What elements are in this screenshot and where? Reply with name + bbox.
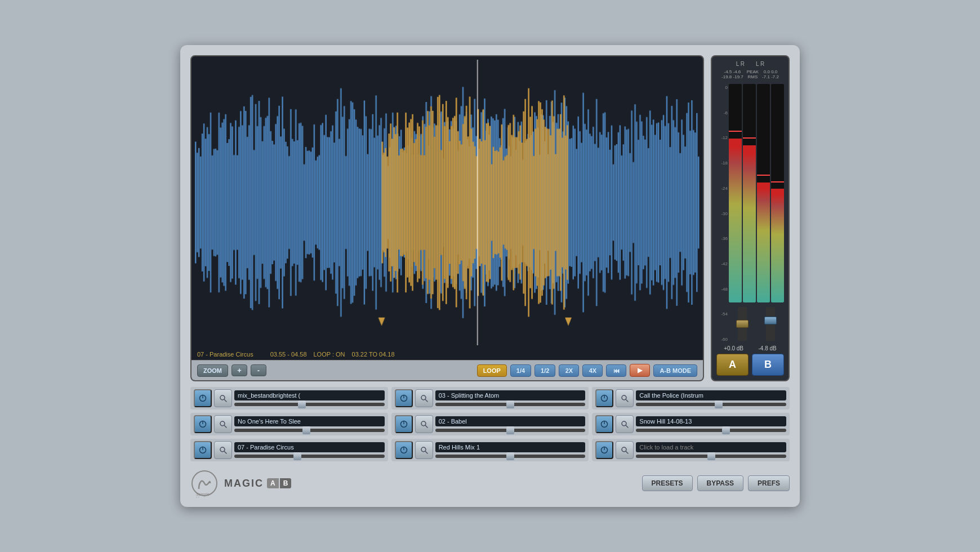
track-power-btn-5[interactable] (395, 415, 413, 433)
track-row-1: mix_bestandbrightest ( (190, 387, 388, 409)
track-fader-5[interactable] (435, 429, 586, 432)
track-fader-4[interactable] (234, 429, 385, 432)
track-name-4: No One's Here To Slee (234, 416, 385, 426)
track-row-5: 02 - Babel (391, 413, 589, 435)
brand-area: Sample Magic MAGIC A B (190, 469, 291, 497)
track-fader-6[interactable] (636, 429, 786, 432)
track-fader-row-6 (636, 429, 786, 432)
track-fader-thumb-4[interactable] (302, 426, 310, 434)
track-fader-3[interactable] (636, 403, 786, 406)
track-search-btn-4[interactable] (214, 415, 232, 433)
fader-a-knob[interactable] (736, 320, 749, 328)
fader-a[interactable] (738, 307, 747, 341)
track-name-2: 03 - Splitting the Atom (435, 390, 586, 400)
time-range: 03.55 - 04.58 (270, 351, 307, 358)
half-button[interactable]: 1/2 (534, 364, 555, 377)
meter-a-r (743, 84, 756, 302)
ab-button-b[interactable]: B (752, 354, 784, 376)
svg-point-18 (421, 421, 426, 426)
track-fader-row-5 (435, 429, 586, 432)
zoom-out-button[interactable]: - (251, 364, 266, 376)
prev-button[interactable]: ⏮ (606, 364, 626, 377)
track-info-6: Snow Hill 14-08-13 (636, 416, 786, 432)
track-info-3: Call the Police (Instrum (636, 390, 786, 406)
loop-button[interactable]: LOOP (477, 364, 507, 377)
svg-line-11 (626, 400, 629, 402)
track-fader-thumb-5[interactable] (506, 426, 514, 434)
svg-line-7 (425, 400, 427, 402)
track-fader-8[interactable] (435, 455, 586, 458)
track-power-btn-2[interactable] (395, 389, 413, 407)
play-button[interactable]: ▶ (630, 364, 650, 377)
prefs-button[interactable]: PREFS (748, 475, 790, 491)
quarter-button[interactable]: 1/4 (510, 364, 531, 377)
track-power-btn-8[interactable] (395, 441, 413, 459)
track-fader-row-9 (636, 455, 786, 458)
track-search-btn-7[interactable] (214, 441, 232, 459)
zoom-in-button[interactable]: + (231, 364, 247, 376)
meter-bars-b (757, 84, 784, 302)
svg-line-19 (425, 426, 427, 428)
waveform-canvas (195, 60, 700, 345)
track-fader-thumb-2[interactable] (506, 400, 514, 408)
track-fader-1[interactable] (234, 403, 385, 406)
track-fader-thumb-3[interactable] (715, 400, 723, 408)
track-power-btn-4[interactable] (194, 415, 212, 433)
track-fader-row-7 (234, 455, 385, 458)
magic-label: MAGIC (224, 478, 264, 489)
track-search-btn-2[interactable] (415, 389, 433, 407)
bypass-button[interactable]: BYPASS (697, 475, 743, 491)
svg-line-31 (425, 452, 427, 454)
fader-a-area[interactable] (729, 307, 756, 341)
track-fader-2[interactable] (435, 403, 586, 406)
track-power-btn-6[interactable] (595, 415, 613, 433)
track-search-btn-5[interactable] (415, 415, 433, 433)
brand-logo-icon: Sample Magic (190, 469, 219, 497)
track-search-btn-8[interactable] (415, 441, 433, 459)
waveform-panel: 07 - Paradise Circus 03.55 - 04.58 LOOP … (190, 55, 704, 381)
ab-badge-b: B (280, 478, 292, 488)
track-name-7: 07 - Paradise Circus (234, 442, 385, 452)
ab-button-a[interactable]: A (716, 354, 749, 376)
track-fader-thumb-6[interactable] (722, 426, 730, 434)
track-fader-9[interactable] (636, 455, 786, 458)
svg-line-27 (225, 452, 227, 454)
fader-b-area[interactable] (757, 307, 784, 341)
track-fader-thumb-9[interactable] (707, 452, 715, 460)
track-fader-7[interactable] (234, 455, 385, 458)
track-power-btn-1[interactable] (194, 389, 212, 407)
track-search-btn-3[interactable] (616, 389, 634, 407)
presets-button[interactable]: PRESETS (642, 475, 693, 491)
fader-b[interactable] (766, 307, 775, 341)
peak-block-b: 0.0 0.0 -7.1 -7.2 (762, 69, 779, 79)
track-search-btn-6[interactable] (616, 415, 634, 433)
track-fader-thumb-7[interactable] (293, 452, 301, 460)
track-search-btn-9[interactable] (616, 441, 634, 459)
svg-point-10 (622, 395, 626, 400)
meter-b-r (771, 84, 784, 302)
zoom-button[interactable]: ZOOM (197, 364, 228, 377)
track-search-btn-1[interactable] (214, 389, 232, 407)
fader-b-knob[interactable] (764, 317, 777, 324)
meter-group-a (729, 84, 756, 343)
track-info-1: mix_bestandbrightest ( (234, 390, 385, 406)
vu-scale: 0 -6 -12 -18 -24 -30 -36 -42 -48 -54 -60 (716, 84, 728, 343)
track-power-btn-3[interactable] (595, 389, 613, 407)
track-fader-row-4 (234, 429, 385, 432)
track-row-7: 07 - Paradise Circus (190, 439, 388, 461)
vu-header: L R L R (716, 61, 784, 67)
svg-line-35 (626, 452, 629, 454)
meter-bars-a (729, 84, 756, 302)
4x-button[interactable]: 4X (582, 364, 603, 377)
ab-mode-button[interactable]: A-B MODE (653, 364, 697, 377)
track-info-4: No One's Here To Slee (234, 416, 385, 432)
track-fader-thumb-1[interactable] (298, 400, 306, 408)
track-power-btn-7[interactable] (194, 441, 212, 459)
loop-info: 03.55 - 04.58 LOOP : ON 03.22 TO 04.18 (270, 351, 395, 358)
track-power-btn-9[interactable] (595, 441, 613, 459)
track-fader-thumb-8[interactable] (506, 452, 514, 460)
waveform-display[interactable] (191, 56, 703, 349)
2x-button[interactable]: 2X (559, 364, 579, 377)
track-name-5: 02 - Babel (435, 416, 586, 426)
waveform-info: 07 - Paradise Circus 03.55 - 04.58 LOOP … (191, 349, 703, 360)
